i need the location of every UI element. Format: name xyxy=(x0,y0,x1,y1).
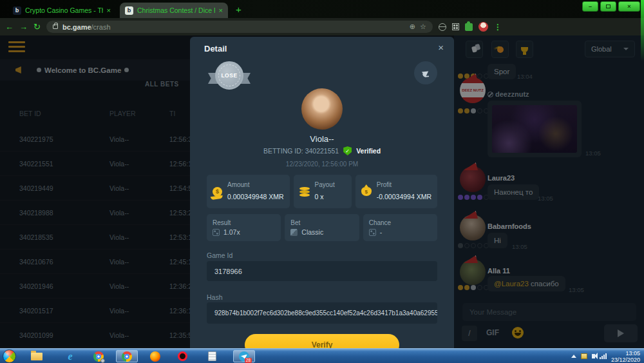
tray-app-icon[interactable] xyxy=(581,353,587,359)
taskbar-clock[interactable]: 13:05 23/12/2020 xyxy=(611,350,641,363)
close-window-button[interactable]: × xyxy=(618,1,640,12)
hash-field[interactable]: 928b74b1b002f7ec6d302be88c9ed355cc140ef5… xyxy=(207,302,437,324)
stats-row-2: Result 1.07x Bet Classic Chance - xyxy=(207,214,437,241)
browser-tab-2[interactable]: b Christmas Contest / Dice Roll Hu × xyxy=(120,3,228,18)
stat-label: Amount xyxy=(227,181,284,188)
browser-titlebar: b Crypto Casino Games - The 16 B × b Chr… xyxy=(0,0,644,18)
chance-card: Chance - xyxy=(363,214,437,241)
player-avatar[interactable] xyxy=(301,88,343,130)
tab2-title: Christmas Contest / Dice Roll Hu xyxy=(137,6,215,14)
taskbar-chrome-icon[interactable] xyxy=(116,350,138,362)
address-bar[interactable]: bc.game/crash ⊕ ☆ xyxy=(46,21,433,33)
zoom-page-icon[interactable]: ⊕ xyxy=(410,23,415,31)
system-tray: 13:05 23/12/2020 xyxy=(571,349,641,363)
result-card: Result 1.07x xyxy=(207,214,281,241)
bet-detail-modal: Detail × LOSE Viola-- BETTING ID: 340221… xyxy=(190,37,454,348)
new-tab-button[interactable]: + xyxy=(236,4,242,15)
bet-datetime: 12/23/2020, 12:56:00 PM xyxy=(190,161,454,168)
speaker-icon[interactable] xyxy=(592,354,595,358)
result-badge: LOSE xyxy=(208,60,251,93)
bookmark-star-icon[interactable]: ☆ xyxy=(420,23,426,31)
restore-icon xyxy=(606,5,611,8)
profit-card: $ Profit-0.00034994 XMR xyxy=(355,175,437,208)
coin-hand-icon: $ xyxy=(213,187,222,197)
player-name: Viola-- xyxy=(190,134,454,144)
stat-label: Profit xyxy=(377,181,431,188)
money-bag-icon: $ xyxy=(361,187,372,196)
verified-shield-icon: ✓ xyxy=(343,146,352,155)
modal-title: Detail xyxy=(204,44,227,54)
betting-id-line: BETTING ID: 340221551 ✓ Verified xyxy=(190,146,454,155)
stat-value: 0 x xyxy=(315,193,324,201)
taskbar-ie-icon[interactable]: e xyxy=(59,350,81,362)
url-domain: bc.game xyxy=(62,23,91,31)
notification-badge: 28 xyxy=(245,358,252,363)
stat-label: Payout xyxy=(315,181,335,188)
window-edge-glow xyxy=(641,0,644,61)
forward-button[interactable]: → xyxy=(19,23,28,31)
cube-icon xyxy=(290,229,298,236)
modal-close-icon[interactable]: × xyxy=(438,42,444,53)
taskbar-firefox-icon[interactable] xyxy=(144,350,166,362)
tab2-close-icon[interactable]: × xyxy=(219,6,223,14)
betting-id: BETTING ID: 340221551 xyxy=(263,147,339,155)
clock-date: 23/12/2020 xyxy=(611,357,640,363)
tab2-favicon: b xyxy=(125,6,133,15)
tray-expand-icon[interactable] xyxy=(571,355,576,358)
game-id-field[interactable]: 3178966 xyxy=(207,261,437,281)
clock-time: 13:05 xyxy=(625,350,640,357)
network-signal-icon[interactable] xyxy=(600,353,607,359)
globe-icon[interactable] xyxy=(439,23,446,31)
taskbar-telegram-icon[interactable]: 28 xyxy=(233,350,255,362)
result-badge-label: LOSE xyxy=(218,64,240,86)
stat-value: - xyxy=(380,228,383,236)
start-button[interactable] xyxy=(3,349,16,363)
taskbar-explorer-icon[interactable] xyxy=(26,350,48,362)
payout-card: Payout0 x xyxy=(294,175,352,208)
taskbar: e 28 13:05 23/12/2020 xyxy=(0,348,644,363)
web-page: Welcome to BC.Game ALL BETS BET ID PLAYE… xyxy=(0,35,644,348)
taskbar-opera-icon[interactable] xyxy=(171,350,193,362)
extensions-puzzle-icon[interactable] xyxy=(465,23,473,31)
browser-tab-1[interactable]: b Crypto Casino Games - The 16 B × xyxy=(8,3,116,18)
tab1-favicon: b xyxy=(13,6,21,15)
amount-card: $ Amount0.000349948 XMR xyxy=(207,175,290,208)
taskbar-chrome-gear-icon[interactable] xyxy=(88,350,109,362)
browser-toolbar: ← → ↻ bc.game/crash ⊕ ☆ ⋮ xyxy=(0,18,644,35)
url-path: /crash xyxy=(91,23,111,31)
minimize-button[interactable]: – xyxy=(582,1,598,12)
verify-button[interactable]: Verify xyxy=(245,334,399,348)
coin-stack-icon xyxy=(299,187,310,190)
stats-row-1: $ Amount0.000349948 XMR Payout0 x $ Prof… xyxy=(207,175,437,208)
stat-value: -0.00034994 XMR xyxy=(377,193,431,201)
tab1-close-icon[interactable]: × xyxy=(107,6,111,14)
dice-icon xyxy=(213,229,220,236)
game-id-label: Game Id xyxy=(207,251,232,259)
share-button[interactable] xyxy=(414,61,437,84)
browser-menu-icon[interactable]: ⋮ xyxy=(494,23,502,32)
dice-icon xyxy=(369,229,376,236)
taskbar-notepad-icon[interactable] xyxy=(201,350,223,362)
window-controls: – × xyxy=(582,1,640,12)
stat-value: Classic xyxy=(301,228,323,236)
qr-code-icon[interactable] xyxy=(452,23,459,30)
url-text: bc.game/crash xyxy=(62,23,405,31)
stat-label: Bet xyxy=(290,219,353,226)
stat-label: Chance xyxy=(369,219,431,226)
tab1-title: Crypto Casino Games - The 16 B xyxy=(25,6,103,14)
share-icon xyxy=(421,68,430,77)
lock-icon xyxy=(53,25,58,29)
screen: b Crypto Casino Games - The 16 B × b Chr… xyxy=(0,0,644,363)
hash-label: Hash xyxy=(207,293,223,301)
stat-value: 0.000349948 XMR xyxy=(227,193,284,201)
back-button[interactable]: ← xyxy=(5,23,14,31)
restore-button[interactable] xyxy=(600,1,616,12)
bet-card: Bet Classic xyxy=(285,214,359,241)
reload-button[interactable]: ↻ xyxy=(33,23,41,31)
browser-profile-avatar[interactable] xyxy=(478,22,488,32)
stat-label: Result xyxy=(213,219,275,226)
stat-value: 1.07x xyxy=(223,228,240,236)
verified-label: Verified xyxy=(356,147,381,155)
gear-icon xyxy=(100,358,105,363)
